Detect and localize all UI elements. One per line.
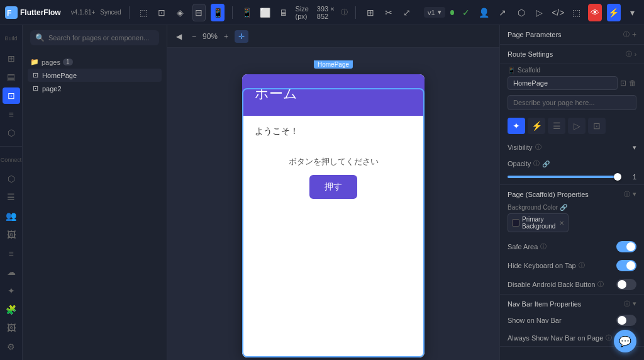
- tab-state[interactable]: ⊡: [588, 118, 606, 134]
- app-name: FlutterFlow: [20, 8, 61, 17]
- search-icon: 🔍: [35, 33, 45, 42]
- sidebar-icon-star[interactable]: ✦: [3, 283, 20, 299]
- size-value: 393 × 852: [317, 5, 339, 20]
- tab-actions[interactable]: ⚡: [528, 118, 545, 134]
- pages-label: pages: [42, 59, 60, 66]
- disable-back-row: Disable Android Back Button ⓘ: [500, 275, 644, 294]
- sidebar-icon-cloud2[interactable]: ☁: [3, 264, 20, 280]
- page-item-page2[interactable]: ⊡ page2: [28, 82, 162, 95]
- toolbar-desktop-icon[interactable]: 🖥: [277, 4, 290, 21]
- bg-color-tag[interactable]: Primary Background ✕: [508, 213, 569, 232]
- search-input[interactable]: [48, 34, 154, 42]
- toolbar-cursor-btn[interactable]: ⬚: [136, 4, 150, 21]
- toolbar-mirror-btn[interactable]: ⊞: [364, 4, 377, 21]
- page-parameters-header[interactable]: Page Parameters ⓘ +: [500, 25, 644, 44]
- nav-bar-actions: ⓘ ▾: [624, 300, 636, 308]
- toolbar-mobile-btn[interactable]: 📱: [211, 4, 224, 21]
- toolbar-run-icon[interactable]: ▷: [533, 4, 546, 21]
- sync-status-dot: [450, 10, 454, 15]
- app-sync-status: Synced: [100, 9, 121, 16]
- sidebar-icon-layout[interactable]: ▤: [3, 69, 20, 85]
- always-show-nav-info-icon: ⓘ: [606, 334, 612, 342]
- pages-section-header[interactable]: 📁 pages 1: [28, 55, 162, 69]
- safe-area-toggle[interactable]: [616, 241, 636, 252]
- show-nav-row: Show on Nav Bar: [500, 311, 644, 330]
- visibility-section: Visibility ⓘ ▾ Opacity ⓘ 🔗: [500, 139, 644, 185]
- route-settings-header[interactable]: Route Settings ⓘ ›: [500, 45, 644, 64]
- toolbar-check-icon[interactable]: ✓: [459, 4, 472, 21]
- toolbar-resize-btn[interactable]: ⤢: [401, 4, 414, 21]
- sidebar-icon-gear[interactable]: ⚙: [3, 339, 20, 355]
- toolbar-component-btn[interactable]: ◈: [174, 4, 187, 21]
- scaffold-props-title-text: Page (Scaffold) Properties: [508, 191, 589, 198]
- sidebar-icon-integrations[interactable]: 🖼: [3, 227, 20, 243]
- toolbar-phone-icon[interactable]: 📱: [240, 4, 253, 21]
- canvas-collapse-btn[interactable]: ◀: [172, 30, 186, 43]
- canvas-viewport[interactable]: HomePage ホーム ようこそ！ ボタンを押してください 押す: [167, 48, 499, 360]
- topbar-divider-3: [355, 6, 356, 19]
- hide-keyboard-toggle[interactable]: [616, 260, 636, 271]
- phone-action-button[interactable]: 押す: [309, 175, 357, 199]
- toolbar-publish-icon[interactable]: ⬡: [514, 4, 528, 21]
- page-icon-page2: ⊡: [33, 84, 38, 93]
- page-icon-homepage: ⊡: [33, 71, 38, 79]
- disable-back-toggle[interactable]: [616, 279, 636, 290]
- toolbar-eye-icon[interactable]: 👁: [588, 4, 602, 21]
- search-box[interactable]: 🔍: [30, 30, 159, 45]
- topbar: F FlutterFlow v4.1.81+ Synced ⬚ ⊡ ◈ ⊟ 📱 …: [0, 0, 644, 25]
- tab-preview[interactable]: ▷: [568, 118, 586, 134]
- toolbar-tablet-icon[interactable]: ⬜: [258, 4, 272, 21]
- toolbar-chevron-icon[interactable]: ▾: [626, 4, 639, 21]
- phone-body: ようこそ！ ボタンを押してください 押す: [242, 116, 425, 209]
- sidebar-icon-puzzle[interactable]: 🧩: [3, 301, 20, 318]
- tab-properties[interactable]: ✦: [508, 118, 525, 134]
- copy-icon[interactable]: ⊡: [620, 79, 626, 87]
- sidebar-icon-pages[interactable]: ⊡: [3, 87, 20, 104]
- visibility-chevron-icon: ▾: [633, 143, 636, 152]
- opacity-slider-fill: [508, 176, 614, 178]
- page-item-homepage[interactable]: ⊡ HomePage: [28, 69, 162, 82]
- toolbar-crop-btn[interactable]: ✂: [382, 4, 395, 21]
- route-chevron-icon[interactable]: ›: [635, 51, 636, 58]
- zoom-out-btn[interactable]: −: [188, 30, 200, 43]
- delete-icon[interactable]: 🗑: [629, 79, 636, 87]
- sidebar-icon-components[interactable]: ⬡: [3, 125, 20, 142]
- chat-button[interactable]: 💬: [614, 330, 636, 352]
- svg-text:F: F: [7, 9, 11, 18]
- sidebar-icon-image[interactable]: 🖼: [3, 320, 20, 337]
- nav-bar-chevron-icon[interactable]: ▾: [633, 300, 636, 308]
- toolbar-user-icon[interactable]: 👤: [477, 4, 491, 21]
- toolbar-external-icon[interactable]: ⬚: [570, 4, 583, 21]
- visibility-info-icon: ⓘ: [535, 143, 541, 152]
- toolbar-code-icon[interactable]: </>: [552, 4, 565, 21]
- canvas-crosshair-btn[interactable]: ✛: [235, 30, 248, 43]
- add-icon[interactable]: +: [632, 30, 636, 39]
- tab-backend[interactable]: ☰: [548, 118, 565, 134]
- scaffold-name-input[interactable]: [508, 76, 618, 90]
- topbar-divider: [129, 6, 130, 19]
- sidebar-icon-widgets[interactable]: ⊞: [3, 50, 20, 67]
- toolbar-share-icon[interactable]: ↗: [496, 4, 509, 21]
- sidebar-icon-database[interactable]: ⬡: [3, 171, 20, 187]
- sidebar-icon-cloud[interactable]: 👥: [3, 208, 20, 224]
- toolbar-lightning-icon[interactable]: ⚡: [607, 4, 620, 21]
- sidebar-icon-api[interactable]: ☰: [3, 189, 20, 206]
- phone-small-icon: 📱: [508, 67, 515, 74]
- show-nav-toggle[interactable]: [616, 315, 636, 326]
- version-badge[interactable]: v1 ▾: [424, 7, 445, 18]
- page-parameters-section: Page Parameters ⓘ +: [500, 25, 644, 45]
- show-nav-label: Show on Nav Bar: [508, 317, 562, 324]
- description-input[interactable]: [508, 95, 636, 110]
- property-tabs: ✦ ⚡ ☰ ▷ ⊡: [500, 115, 644, 139]
- visibility-dropdown[interactable]: ▾: [631, 143, 636, 152]
- size-display: Size (px) 393 × 852 ⓘ: [296, 5, 348, 20]
- sidebar-icon-list[interactable]: ≡: [3, 245, 20, 262]
- zoom-controls: − 90% +: [188, 30, 232, 43]
- sidebar-icon-settings[interactable]: ≡: [3, 106, 20, 123]
- toolbar-frame-btn[interactable]: ⊡: [155, 4, 169, 21]
- toolbar-screen-btn[interactable]: ⊟: [192, 4, 206, 21]
- opacity-slider[interactable]: [508, 176, 620, 178]
- zoom-in-btn[interactable]: +: [220, 30, 232, 43]
- bg-color-close-icon[interactable]: ✕: [559, 220, 564, 227]
- scaffold-props-chevron-icon[interactable]: ▾: [633, 190, 636, 199]
